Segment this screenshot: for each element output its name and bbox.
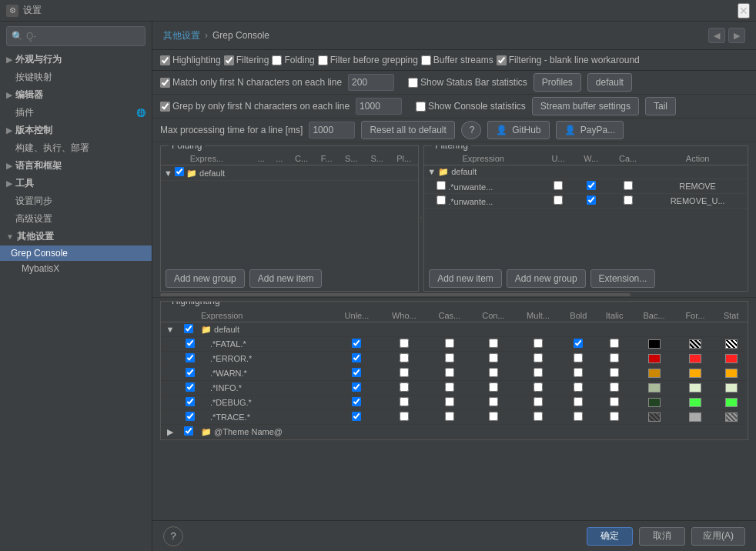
window-title: 设置 <box>23 4 42 17</box>
github-button[interactable]: 👤 GitHub <box>487 121 550 139</box>
hl-col-italic: Italic <box>597 309 633 322</box>
sidebar-item-advanced[interactable]: 高级设置 <box>0 210 152 228</box>
close-button[interactable]: ✕ <box>738 3 750 18</box>
grep-first-n-checkbox[interactable] <box>160 102 170 112</box>
footer-bar: ? 确定 取消 应用(A) <box>152 520 756 551</box>
sidebar-item-appearance[interactable]: ▶ 外观与行为 <box>0 51 152 68</box>
stream-buffer-button[interactable]: Stream buffer settings <box>532 97 639 115</box>
nav-forward-button[interactable]: ▶ <box>728 28 745 43</box>
search-icon: 🔍 <box>12 31 23 42</box>
show-console-checkbox[interactable] <box>416 102 426 112</box>
buffer-streams-checkbox[interactable] <box>421 55 431 65</box>
table-row[interactable]: .*ERROR.* <box>161 352 748 366</box>
tail-button[interactable]: Tail <box>645 97 676 115</box>
filter-before-label: Filter before grepping <box>330 55 418 65</box>
cb-match-first-n[interactable]: Match only first N characters on each li… <box>160 77 342 88</box>
cb-grep-first-n[interactable]: Grep by only first N characters on each … <box>160 101 350 112</box>
table-row[interactable]: .*FATAL.* <box>161 337 748 352</box>
sidebar-item-plugins[interactable]: 插件 🌐 <box>0 104 152 122</box>
sidebar-item-mybatisx[interactable]: MybatisX <box>0 261 152 276</box>
hl-col-expression: Expression <box>198 309 333 322</box>
table-row[interactable]: ▼ 📁 default <box>424 165 748 179</box>
sidebar-item-sync[interactable]: 设置同步 <box>0 192 152 210</box>
sidebar-item-grep-console[interactable]: Grep Console <box>0 245 152 261</box>
ok-button[interactable]: 确定 <box>587 527 633 546</box>
filtering-add-item-button[interactable]: Add new item <box>429 269 502 288</box>
filtering-checkbox[interactable] <box>224 55 234 65</box>
cb-folding[interactable]: Folding <box>272 55 314 65</box>
reset-all-button[interactable]: Reset all to default <box>361 121 454 139</box>
folding-panel: Folding Expres... ... ... C... F... S... <box>160 145 419 292</box>
folding-footer: Add new group Add new item <box>161 266 418 291</box>
stat-swatch-fatal <box>725 339 738 349</box>
help-button[interactable]: ? <box>163 526 183 546</box>
table-row[interactable]: ▶ 📁 @Theme Name@ <box>161 425 748 439</box>
cb-blank-line[interactable]: Filtering - blank line workaround <box>497 55 640 65</box>
paypal-button[interactable]: 👤 PayPa... <box>556 121 624 139</box>
cancel-button[interactable]: 取消 <box>639 527 685 546</box>
hl-col-mult: Mult... <box>516 309 561 322</box>
folding-col-3: ... <box>270 152 288 165</box>
hl-col-back: Bac... <box>633 309 676 322</box>
cb-filter-before[interactable]: Filter before grepping <box>318 55 418 65</box>
filtering-col-expr: Expression <box>424 152 542 165</box>
folding-col-expr: Expres... <box>161 152 253 165</box>
cb-show-console[interactable]: Show Console statistics <box>416 101 526 112</box>
sidebar-item-vcs[interactable]: ▶ 版本控制 <box>0 122 152 139</box>
table-row[interactable]: .*unwante... REMOVE <box>424 179 748 194</box>
match-n-input[interactable] <box>348 74 394 91</box>
sidebar-item-lang[interactable]: ▶ 语言和框架 <box>0 157 152 175</box>
hl-col-bold: Bold <box>560 309 596 322</box>
top-checkboxes-row1: Highlighting Filtering Folding Filter be… <box>152 50 756 71</box>
stat-swatch-debug <box>725 398 738 407</box>
default-button[interactable]: default <box>587 73 632 92</box>
breadcrumb-sep: › <box>205 30 208 41</box>
cb-show-status-bar[interactable]: Show Status Bar statistics <box>408 77 527 88</box>
search-input[interactable] <box>26 31 140 42</box>
max-processing-input[interactable] <box>309 122 355 139</box>
cb-buffer-streams[interactable]: Buffer streams <box>421 55 493 65</box>
match-first-n-checkbox[interactable] <box>160 78 170 88</box>
filtering-add-group-button[interactable]: Add new group <box>507 269 586 288</box>
nav-arrows: ◀ ▶ <box>708 28 745 43</box>
breadcrumb-parent[interactable]: 其他设置 <box>163 29 200 42</box>
table-row[interactable]: .*DEBUG.* <box>161 396 748 410</box>
show-status-bar-checkbox[interactable] <box>408 78 418 88</box>
folding-filtering-area: Folding Expres... ... ... C... F... S... <box>152 145 756 292</box>
highlighting-checkbox[interactable] <box>160 55 170 65</box>
grep-n-input[interactable] <box>356 98 402 115</box>
table-row[interactable]: ▼ 📁 default <box>161 165 418 181</box>
fore-swatch-debug <box>689 398 701 407</box>
folding-add-item-button[interactable]: Add new item <box>249 269 323 288</box>
hl-col-unle: Unle... <box>333 309 380 322</box>
search-box: 🔍 <box>6 26 146 46</box>
folding-col-c: C... <box>288 152 314 165</box>
sidebar-item-tools[interactable]: ▶ 工具 <box>0 175 152 192</box>
filtering-extension-button[interactable]: Extension... <box>590 269 656 288</box>
cb-highlighting[interactable]: Highlighting <box>160 55 221 65</box>
table-row[interactable]: .*WARN.* <box>161 366 748 381</box>
sidebar-item-keymap[interactable]: 按键映射 <box>0 68 152 86</box>
h-scrollbar[interactable] <box>160 293 631 296</box>
help-inline-button[interactable]: ? <box>461 121 481 139</box>
table-row[interactable]: ▼ 📁 default <box>161 322 748 337</box>
folding-add-group-button[interactable]: Add new group <box>166 269 245 288</box>
nav-back-button[interactable]: ◀ <box>708 28 725 43</box>
table-row[interactable]: .*TRACE.* <box>161 410 748 425</box>
profiles-button[interactable]: Profiles <box>534 73 581 92</box>
apply-button[interactable]: 应用(A) <box>691 527 745 546</box>
sidebar-item-build[interactable]: 构建、执行、部署 <box>0 139 152 157</box>
max-processing-label: Max processing time for a line [ms] <box>160 125 303 135</box>
sidebar-item-other-settings[interactable]: ▼ 其他设置 <box>0 228 152 245</box>
sidebar-item-editor[interactable]: ▶ 编辑器 <box>0 86 152 104</box>
cb-filtering[interactable]: Filtering <box>224 55 269 65</box>
table-row[interactable]: .*unwante... REMOVE_U... <box>424 194 748 209</box>
app-icon: ⚙ <box>6 5 18 17</box>
folding-checkbox[interactable] <box>272 55 282 65</box>
settings-row2: Match only first N characters on each li… <box>152 71 756 95</box>
folding-title: Folding <box>169 145 205 151</box>
table-row[interactable]: .*INFO.* <box>161 381 748 396</box>
filter-before-checkbox[interactable] <box>318 55 328 65</box>
blank-line-checkbox[interactable] <box>497 55 507 65</box>
back-swatch-debug <box>648 398 661 407</box>
